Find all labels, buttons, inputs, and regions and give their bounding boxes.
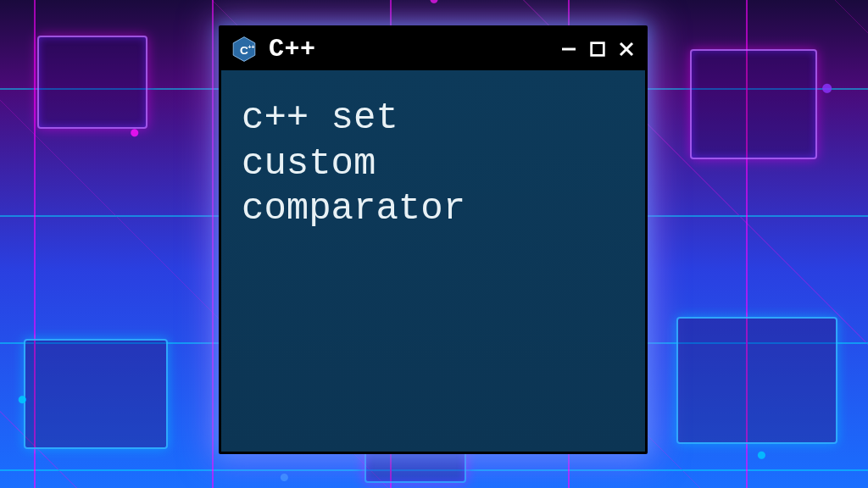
svg-text:+: + (252, 44, 255, 50)
chip-decoration (24, 339, 168, 449)
minimize-button[interactable] (557, 37, 581, 61)
close-button[interactable] (615, 37, 638, 61)
chip-decoration (676, 317, 837, 444)
cpp-logo-icon: C + + (230, 35, 259, 64)
window-title: C++ (269, 35, 547, 64)
chip-decoration (690, 49, 817, 159)
chip-decoration (37, 36, 147, 129)
window-client-area: c++ set custom comparator (221, 70, 645, 452)
title-bar[interactable]: C + + C++ (221, 28, 645, 70)
body-text: c++ set custom comparator (242, 96, 625, 232)
maximize-button[interactable] (586, 37, 609, 61)
app-window: C + + C++ (219, 25, 648, 454)
window-controls (557, 37, 638, 61)
svg-rect-5 (592, 43, 604, 56)
svg-text:C: C (240, 44, 248, 57)
